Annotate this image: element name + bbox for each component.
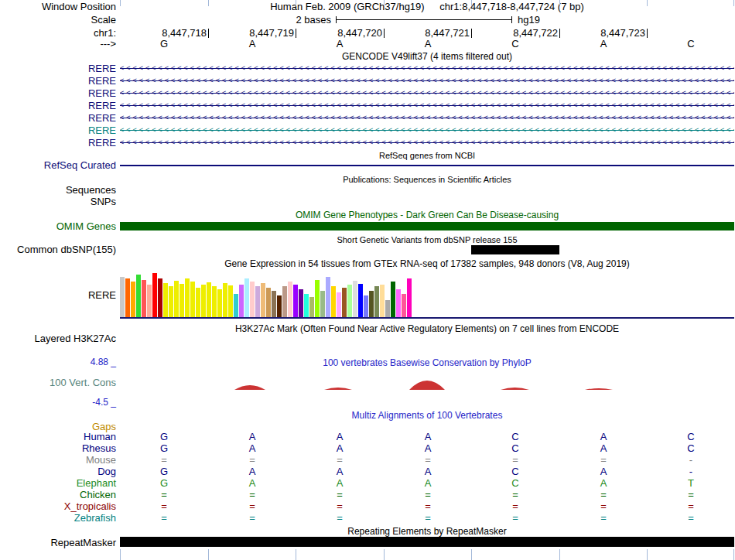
gtex-expression-bar[interactable] (244, 278, 249, 317)
gtex-expression-bar[interactable] (402, 294, 406, 317)
gtex-expression-bar[interactable] (239, 285, 244, 317)
gtex-expression-bar[interactable] (293, 285, 298, 317)
gencode-transcript-row[interactable]: <<<<<<<<<<<<<<<<<<<<<<<<<<<<<<<<<<<<<<<<… (120, 75, 734, 86)
gtex-expression-bar[interactable] (347, 285, 352, 317)
gencode-transcript-row[interactable]: <<<<<<<<<<<<<<<<<<<<<<<<<<<<<<<<<<<<<<<<… (120, 63, 734, 73)
gtex-expression-bar[interactable] (228, 285, 233, 317)
alignment-base: = (208, 455, 296, 466)
gtex-expression-bar[interactable] (353, 281, 357, 317)
omim-gene-bar[interactable] (120, 222, 734, 230)
gtex-expression-bar[interactable] (174, 281, 179, 317)
gtex-expression-bar[interactable] (282, 286, 287, 317)
gtex-expression-bar[interactable] (320, 291, 325, 317)
gtex-expression-bar[interactable] (136, 275, 141, 317)
gtex-expression-bar[interactable] (261, 283, 265, 317)
gtex-expression-bar[interactable] (185, 278, 190, 317)
gtex-gene-label[interactable]: RERE (0, 290, 116, 301)
gtex-expression-bar[interactable] (407, 278, 412, 317)
dbsnp-variant-bar[interactable] (471, 245, 559, 254)
gtex-expression-bar[interactable] (272, 291, 276, 317)
species-label-zebrafish[interactable]: Zebrafish (0, 513, 116, 524)
repeatmasker-track-label[interactable]: RepeatMasker (0, 538, 116, 548)
alignment-base: = (647, 513, 735, 524)
gencode-transcript-row[interactable]: <<<<<<<<<<<<<<<<<<<<<<<<<<<<<<<<<<<<<<<<… (120, 125, 734, 135)
gtex-expression-bar[interactable] (369, 291, 374, 317)
gencode-transcript-row[interactable]: <<<<<<<<<<<<<<<<<<<<<<<<<<<<<<<<<<<<<<<<… (120, 100, 734, 111)
repeatmasker-bar[interactable] (120, 537, 734, 547)
gtex-expression-bar[interactable] (196, 288, 200, 317)
gencode-item-label[interactable]: RERE (0, 125, 116, 136)
gtex-expression-bar[interactable] (131, 282, 135, 317)
gtex-expression-bar[interactable] (304, 294, 309, 317)
gtex-expression-bar[interactable] (309, 297, 314, 317)
alignment-base: = (384, 490, 472, 500)
gtex-expression-bar[interactable] (380, 285, 385, 317)
gtex-expression-bar[interactable] (125, 278, 130, 317)
gencode-transcript-row[interactable]: <<<<<<<<<<<<<<<<<<<<<<<<<<<<<<<<<<<<<<<<… (120, 137, 734, 148)
h3k27ac-track-label[interactable]: Layered H3K27Ac (0, 333, 116, 344)
gtex-expression-bar[interactable] (234, 294, 238, 317)
gtex-expression-bar[interactable] (158, 278, 162, 317)
gtex-expression-bar[interactable] (147, 285, 152, 317)
gtex-expression-bar[interactable] (396, 289, 401, 317)
omim-genes-label[interactable]: OMIM Genes (0, 221, 116, 232)
conservation-track-label[interactable]: 100 Vert. Cons (0, 377, 116, 388)
gtex-expression-bar[interactable] (190, 282, 195, 317)
ruler-tick (647, 29, 648, 38)
refseq-curated-label[interactable]: RefSeq Curated (0, 160, 116, 171)
gencode-item-label[interactable]: RERE (0, 76, 116, 87)
gencode-transcript-row[interactable]: <<<<<<<<<<<<<<<<<<<<<<<<<<<<<<<<<<<<<<<<… (120, 87, 734, 98)
species-label-x_tropicalis[interactable]: X_tropicalis (0, 501, 116, 512)
gtex-expression-bar[interactable] (142, 280, 146, 317)
refseq-gene-line[interactable] (120, 165, 734, 166)
species-label-elephant[interactable]: Elephant (0, 478, 116, 489)
sequences-track-label[interactable]: Sequences (0, 185, 116, 196)
ruler-tick (559, 29, 560, 38)
species-label-rhesus[interactable]: Rhesus (0, 443, 116, 454)
gencode-item-label[interactable]: RERE (0, 88, 116, 99)
species-label-chicken[interactable]: Chicken (0, 490, 116, 500)
gtex-expression-bar[interactable] (337, 292, 341, 317)
gtex-expression-bar[interactable] (179, 284, 184, 317)
species-label-mouse[interactable]: Mouse (0, 455, 116, 466)
gencode-item-label[interactable]: RERE (0, 138, 116, 149)
gtex-expression-bar[interactable] (315, 280, 320, 317)
gtex-expression-bar[interactable] (266, 288, 271, 317)
gtex-expression-bar[interactable] (391, 282, 395, 317)
gtex-expression-bar[interactable] (152, 273, 157, 317)
alignment-base: = (296, 490, 384, 500)
species-label-dog[interactable]: Dog (0, 466, 116, 477)
species-label-human[interactable]: Human (0, 432, 116, 442)
top-boundary-tick (733, 0, 734, 6)
gtex-expression-bar[interactable] (207, 282, 211, 317)
gtex-expression-bar[interactable] (120, 277, 125, 317)
snps-track-label[interactable]: SNPs (0, 196, 116, 207)
gtex-expression-bar[interactable] (223, 283, 227, 317)
alignment-base: A (208, 478, 296, 489)
sequence-base: C (471, 39, 559, 50)
gtex-expression-bar[interactable] (364, 295, 368, 317)
gencode-item-label[interactable]: RERE (0, 113, 116, 124)
gtex-expression-bar[interactable] (331, 286, 336, 317)
gtex-expression-bar[interactable] (212, 286, 217, 317)
gtex-expression-bar[interactable] (201, 285, 206, 317)
gtex-expression-bar[interactable] (326, 277, 330, 317)
dbsnp-track-label[interactable]: Common dbSNP(155) (0, 244, 116, 255)
gtex-expression-bar[interactable] (255, 286, 260, 317)
gencode-transcript-row[interactable]: <<<<<<<<<<<<<<<<<<<<<<<<<<<<<<<<<<<<<<<<… (120, 112, 734, 123)
gtex-expression-bar[interactable] (163, 283, 168, 317)
gtex-expression-bar[interactable] (299, 289, 303, 317)
conservation-min-value: -4.5 _ (0, 397, 116, 408)
gtex-expression-bar[interactable] (288, 282, 292, 317)
gtex-expression-bar[interactable] (169, 286, 173, 317)
gencode-item-label[interactable]: RERE (0, 63, 116, 74)
alignment-base: A (208, 432, 296, 442)
gtex-expression-bar[interactable] (358, 284, 363, 317)
gtex-expression-bar[interactable] (374, 286, 379, 317)
gencode-item-label[interactable]: RERE (0, 101, 116, 111)
gtex-expression-bar[interactable] (342, 288, 347, 317)
gtex-expression-bar[interactable] (250, 282, 255, 317)
gtex-expression-bar[interactable] (385, 300, 390, 317)
gtex-expression-bar[interactable] (277, 295, 282, 317)
gtex-expression-bar[interactable] (217, 289, 222, 317)
